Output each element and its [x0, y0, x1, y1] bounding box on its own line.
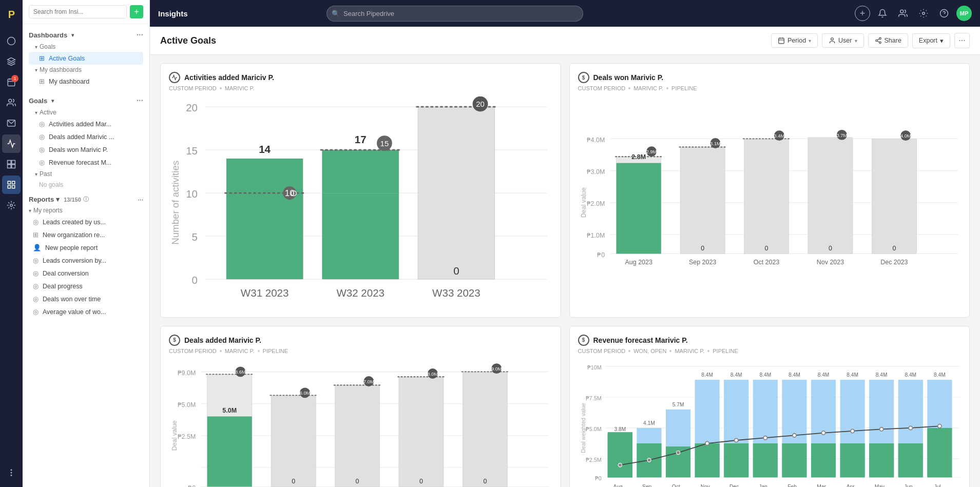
sidebar-item-active-goals[interactable]: ⊞ Active Goals	[29, 52, 143, 65]
period-chevron: ▾	[809, 38, 811, 44]
past-group[interactable]: ▾ Past	[29, 169, 143, 179]
nav-icon-products[interactable]	[2, 134, 21, 153]
nav-icon-logo[interactable]: P	[2, 5, 21, 24]
sidebar-item-leads-conversion[interactable]: ◎ Leads conversion by...	[23, 254, 149, 267]
sidebar-item-revenue-forecast[interactable]: ◎ Revenue forecast M...	[29, 156, 143, 169]
sidebar-item-deal-progress[interactable]: ◎ Deal progress	[23, 280, 149, 293]
svg-text:₱0: ₱0	[188, 484, 196, 487]
svg-text:5.7M: 5.7M	[672, 401, 684, 407]
meta-dot-6	[628, 350, 630, 352]
svg-rect-96	[744, 139, 789, 254]
sidebar-item-deals-won[interactable]: ◎ Deals won Marivic P.	[29, 143, 143, 156]
my-dashboards-group[interactable]: ▾ My dashboards	[29, 65, 143, 75]
svg-point-35	[831, 38, 834, 41]
reports-info-icon: ⓘ	[83, 196, 89, 203]
new-org-icon: ⊞	[33, 231, 39, 239]
sidebar-item-new-people[interactable]: 👤 New people report	[23, 241, 149, 254]
reports-title-group[interactable]: Reports ▾ 13/150 ⓘ	[29, 196, 89, 203]
topbar-add-button[interactable]: +	[855, 6, 870, 21]
sidebar-item-activities-added[interactable]: ◎ Activities added Mar...	[29, 118, 143, 130]
nav-icon-deals[interactable]	[2, 52, 21, 71]
topbar-help-btn[interactable]	[936, 5, 952, 22]
sidebar-item-new-org[interactable]: ⊞ New organization re...	[23, 228, 149, 241]
deal-conversion-label: Deal conversion	[43, 270, 89, 277]
svg-rect-53	[226, 159, 303, 279]
svg-text:2.9M: 2.9M	[646, 149, 657, 154]
period-button[interactable]: Period ▾	[771, 33, 818, 48]
svg-text:Sep...: Sep...	[642, 483, 656, 487]
nav-icon-mail[interactable]	[2, 114, 21, 132]
svg-text:W31 2023: W31 2023	[241, 287, 289, 299]
topbar-bulb-btn[interactable]	[915, 5, 932, 22]
deals-added-icon: ◎	[39, 133, 45, 141]
sidebar-item-leads-created[interactable]: ◎ Leads created by us...	[23, 216, 149, 228]
svg-rect-140	[399, 377, 444, 486]
reports-label: Reports	[29, 196, 54, 203]
deals-won-meta-period: CUSTOM PERIOD	[578, 85, 626, 91]
nav-icon-activities[interactable]: 1	[2, 73, 21, 91]
topbar-notifications-btn[interactable]	[874, 5, 891, 22]
export-button[interactable]: Export ▾	[912, 33, 950, 48]
deals-added-meta-user: MARIVIC P.	[225, 348, 255, 354]
reports-dots[interactable]: ···	[138, 196, 143, 203]
svg-text:8.4M: 8.4M	[875, 372, 887, 378]
new-people-label: New people report	[45, 244, 98, 251]
svg-point-5	[9, 99, 12, 102]
svg-text:Deal value: Deal value	[171, 420, 178, 451]
goals-group[interactable]: ▾ Goals	[29, 42, 143, 52]
user-button[interactable]: User ▾	[822, 33, 863, 48]
svg-text:4.1M: 4.1M	[643, 420, 655, 425]
deals-added-bar-chart: ₱9.0M ₱5.0M ₱2.5M ₱0 Deal value 5	[169, 359, 552, 487]
svg-line-23	[920, 10, 921, 11]
topbar-search-input[interactable]	[326, 6, 583, 22]
sidebar-search-input[interactable]	[29, 5, 127, 18]
period-label: Period	[787, 37, 806, 44]
deals-won-card: $ Deals won Marivic P. CUSTOM PERIOD MAR…	[569, 63, 970, 318]
svg-point-205	[647, 458, 650, 461]
sidebar-item-avg-value[interactable]: ◎ Average value of wo...	[23, 305, 149, 318]
nav-icon-more[interactable]	[2, 463, 21, 482]
svg-rect-202	[927, 427, 952, 477]
nav-icon-reports[interactable]	[2, 155, 21, 173]
my-reports-group[interactable]: ▾ My reports	[23, 205, 149, 216]
new-org-label: New organization re...	[43, 231, 105, 239]
charts-grid: Activities added Mariciv P. CUSTOM PERIO…	[150, 55, 980, 487]
dashboards-dots[interactable]: ···	[137, 30, 143, 40]
sidebar-item-deals-added[interactable]: ◎ Deals added Marivic ...	[29, 130, 143, 143]
nav-icon-contacts[interactable]	[2, 93, 21, 112]
svg-rect-61	[322, 150, 399, 193]
activities-badge: 1	[11, 75, 18, 82]
svg-text:0: 0	[828, 245, 832, 252]
svg-text:8.4M: 8.4M	[933, 372, 945, 378]
svg-text:20: 20	[186, 102, 198, 113]
goals-section-header[interactable]: Goals ▾ ···	[29, 94, 143, 107]
dashboards-section: Dashboards ▾ ··· ▾ Goals ⊞ Active Goals …	[23, 24, 149, 90]
nav-icon-insights[interactable]	[2, 176, 21, 194]
nav-icon-home[interactable]	[2, 32, 21, 50]
svg-text:0: 0	[892, 245, 896, 252]
goals-section-dots[interactable]: ···	[137, 96, 143, 105]
reports-count: 13/150	[64, 197, 81, 203]
svg-rect-193	[840, 443, 864, 477]
svg-rect-196	[869, 443, 894, 477]
active-goals-icon: ⊞	[39, 54, 45, 62]
svg-rect-60	[322, 193, 399, 279]
sidebar-item-deals-won-over-time[interactable]: ◎ Deals won over time	[23, 293, 149, 305]
more-options-button[interactable]: ···	[954, 33, 970, 48]
sidebar-item-deal-conversion[interactable]: ◎ Deal conversion	[23, 267, 149, 280]
svg-line-28	[926, 10, 927, 11]
active-group[interactable]: ▾ Active	[29, 107, 143, 118]
sidebar-add-button[interactable]: +	[130, 5, 143, 18]
dashboards-header[interactable]: Dashboards ▾ ···	[29, 28, 143, 42]
active-goals-label: Active Goals	[49, 55, 85, 62]
svg-text:6.0M: 6.0M	[300, 391, 311, 396]
share-button[interactable]: Share	[868, 33, 908, 48]
nav-icon-marketplace[interactable]	[2, 196, 21, 215]
topbar-search-area: 🔍	[326, 6, 583, 22]
user-avatar[interactable]: MP	[956, 6, 972, 21]
sidebar-item-my-dashboard[interactable]: ⊞ My dashboard	[29, 75, 143, 88]
deals-won-label: Deals won Marivic P.	[49, 146, 108, 153]
topbar-contacts-btn[interactable]	[895, 5, 911, 22]
svg-text:0: 0	[292, 478, 295, 485]
svg-point-207	[705, 441, 709, 445]
